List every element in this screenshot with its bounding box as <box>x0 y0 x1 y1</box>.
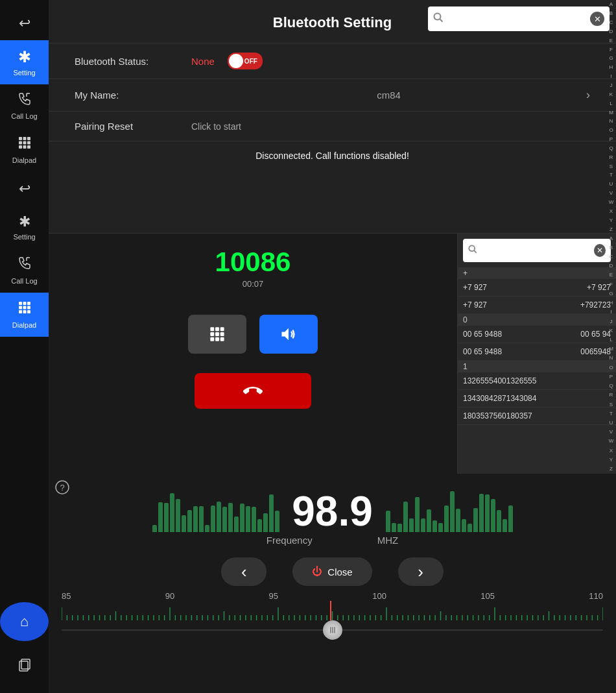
radio-panel: ? 98.9 Frequency MHZ ‹ ⏻ Close <box>49 474 616 693</box>
sidebar-back-top[interactable]: ↩ <box>12 10 38 36</box>
svg-rect-4 <box>23 141 26 145</box>
sidebar-item-call-log[interactable]: Call Log <box>0 84 49 128</box>
power-icon: ⏻ <box>312 566 322 578</box>
contact-row[interactable]: 1803537560180357 <box>458 407 616 425</box>
sidebar-home-button[interactable]: ⌂ <box>0 602 49 641</box>
bluetooth-panel: Bluetooth Setting ✕ A B C D E F G H <box>49 0 616 234</box>
end-call-button[interactable] <box>195 373 311 409</box>
radio-close-button[interactable]: ⏻ Close <box>292 557 372 586</box>
svg-point-20 <box>434 14 441 20</box>
dialpad-icon-2 <box>18 300 32 319</box>
radio-help-icon[interactable]: ? <box>55 480 69 498</box>
sidebar-bottom-pages[interactable] <box>0 648 49 687</box>
search-icon-top <box>433 12 444 25</box>
next-icon: › <box>418 562 423 582</box>
dialpad-icon <box>18 136 32 154</box>
svg-rect-8 <box>27 145 30 149</box>
sidebar-item-call-log2[interactable]: Call Log <box>0 249 49 293</box>
call-panel: 10086 00:07 <box>49 234 457 474</box>
my-name-value: cm84 <box>191 90 586 101</box>
contact-search-input[interactable] <box>481 246 590 256</box>
svg-line-21 <box>440 19 443 22</box>
close-icon-mid: ✕ <box>597 246 603 255</box>
svg-rect-25 <box>210 332 214 336</box>
sidebar-item-dialpad2[interactable]: Dialpad <box>0 293 49 337</box>
disconnected-message: Disconnected. Call functions disabled! <box>49 141 616 170</box>
call-duration: 00:07 <box>49 279 457 289</box>
contact-section-0: 0 <box>458 314 616 326</box>
sidebar-item-bluetooth-setting[interactable]: ✱ Setting <box>0 40 49 84</box>
contact-row[interactable]: 13430842871343084 <box>458 390 616 407</box>
dialpad-button[interactable] <box>188 315 246 354</box>
contact-row[interactable]: 13265554001326555 <box>458 372 616 390</box>
svg-rect-7 <box>23 145 26 149</box>
svg-rect-26 <box>215 332 219 336</box>
svg-rect-9 <box>19 302 22 305</box>
svg-rect-139 <box>332 627 333 633</box>
search-input-top[interactable] <box>447 14 586 24</box>
speaker-button[interactable] <box>259 315 318 354</box>
contact-row[interactable]: +7 927 +792723 <box>458 297 616 314</box>
sidebar-item-bt-setting2[interactable]: ✱ Setting <box>0 206 49 249</box>
search-icon-mid <box>468 245 477 256</box>
svg-point-32 <box>469 245 475 251</box>
call-log-icon-2 <box>18 256 32 274</box>
search-close-top[interactable]: ✕ <box>590 12 604 26</box>
svg-rect-14 <box>27 306 30 310</box>
freq-ticks <box>49 601 616 620</box>
svg-rect-13 <box>23 306 26 310</box>
radio-prev-button[interactable]: ‹ <box>221 557 267 586</box>
contact-search-close[interactable]: ✕ <box>594 244 606 257</box>
svg-rect-17 <box>27 310 30 313</box>
contact-row[interactable]: +7 927 +7 927 <box>458 279 616 297</box>
pairing-reset-row[interactable]: Pairing Reset Click to start <box>49 111 616 141</box>
sidebar: ↩ ✱ Setting Call Log <box>0 0 49 693</box>
sidebar-back-mid[interactable]: ↩ <box>12 176 38 202</box>
sidebar-item-dialpad[interactable]: Dialpad <box>0 128 49 172</box>
svg-rect-138 <box>330 627 331 633</box>
svg-rect-3 <box>19 141 22 145</box>
svg-rect-1 <box>23 137 26 140</box>
svg-rect-11 <box>27 302 30 305</box>
svg-rect-10 <box>23 302 26 305</box>
home-icon: ⌂ <box>20 613 29 630</box>
svg-rect-140 <box>334 627 335 633</box>
svg-marker-31 <box>282 328 289 341</box>
alpha-sidebar-top: A B C D E F G H I J K L M N O P Q R S T … <box>606 0 616 234</box>
contact-section-plus: + <box>458 267 616 279</box>
contact-row[interactable]: 00 65 9488 0065948 <box>458 343 616 361</box>
svg-rect-29 <box>215 337 219 341</box>
bluetooth-toggle[interactable]: OFF <box>228 53 263 69</box>
bluetooth-icon-2: ✱ <box>19 213 30 230</box>
bluetooth-icon: ✱ <box>18 48 31 66</box>
svg-rect-12 <box>19 306 22 310</box>
close-label: Close <box>327 566 352 578</box>
sidebar-setting2-label: Setting <box>13 233 35 241</box>
freq-slider[interactable] <box>49 620 616 640</box>
svg-rect-6 <box>19 145 22 149</box>
radio-controls: ‹ ⏻ Close › <box>49 557 616 586</box>
svg-rect-28 <box>210 337 214 341</box>
back-top-icon: ↩ <box>19 15 30 32</box>
sidebar-dialpad-label: Dialpad <box>12 156 36 164</box>
search-bar-top[interactable]: ✕ <box>428 6 610 31</box>
status-label: Bluetooth Status: <box>75 56 191 67</box>
call-action-buttons <box>49 315 457 354</box>
status-value: None <box>191 56 215 67</box>
chevron-right-icon[interactable]: › <box>586 88 590 102</box>
slider-thumb[interactable] <box>323 620 342 640</box>
contact-list: + +7 927 +7 927 +7 927 +792723 0 00 65 9… <box>458 267 616 474</box>
svg-rect-27 <box>220 332 224 336</box>
svg-rect-30 <box>220 337 224 341</box>
freq-scale-labels: 85 90 95 100 105 110 <box>49 591 616 601</box>
svg-rect-24 <box>220 327 224 331</box>
radio-next-button[interactable]: › <box>398 557 444 586</box>
svg-rect-23 <box>215 327 219 331</box>
svg-rect-16 <box>23 310 26 313</box>
pairing-reset-action: Click to start <box>191 121 241 132</box>
prev-icon: ‹ <box>241 562 247 582</box>
contact-row[interactable]: 00 65 9488 00 65 94 <box>458 326 616 343</box>
contact-search-bar[interactable]: ✕ <box>463 239 611 262</box>
pairing-reset-label: Pairing Reset <box>75 121 191 132</box>
contact-section-1: 1 <box>458 361 616 372</box>
